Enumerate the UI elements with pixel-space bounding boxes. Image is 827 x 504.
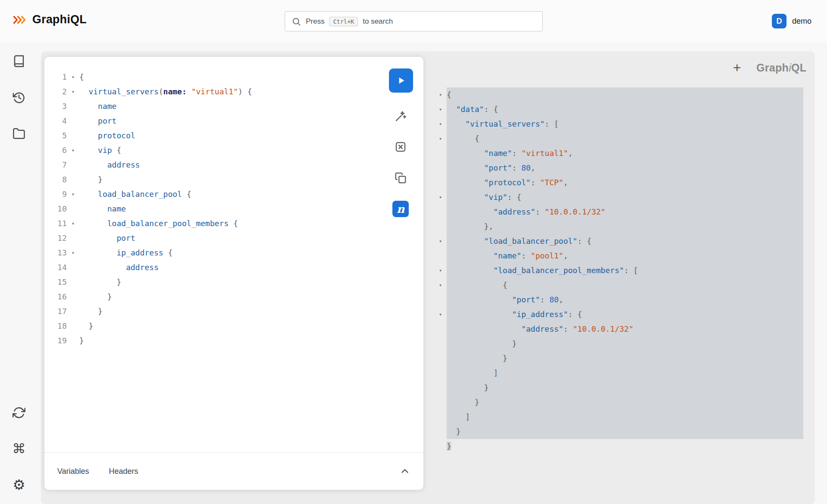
query-code-line[interactable]: 6▾ vip { [44,143,376,158]
fold-spacer [434,380,447,395]
nautobot-button[interactable]: n [392,201,409,217]
query-code-line[interactable]: 19} [44,333,376,348]
code-text: ] [447,410,803,424]
sidebar-item-history[interactable] [9,88,28,107]
query-code-line[interactable]: 5 protocol [44,128,376,143]
query-code-line[interactable]: 14 address [44,260,376,275]
query-code-line[interactable]: 8 } [44,172,376,187]
fold-toggle-icon[interactable]: ▾ [434,278,447,292]
fold-toggle-icon[interactable]: ▾ [67,246,79,260]
merge-fragments-button[interactable] [394,140,407,154]
code-text: "address": "10.0.0.1/32" [447,322,803,336]
response-code-line[interactable]: } [434,351,803,366]
response-code-line[interactable]: } [434,424,803,439]
query-code-line[interactable]: 13▾ ip_address { [44,246,376,260]
response-code-line[interactable]: } [434,439,803,454]
fold-toggle-icon[interactable]: ▾ [67,216,79,231]
query-code-line[interactable]: 10 name [44,202,376,216]
response-code-line[interactable]: ▾ { [434,278,803,292]
response-code-line[interactable]: } [434,395,803,410]
query-code-line[interactable]: 18 } [44,319,376,333]
response-code-line[interactable]: ] [434,366,803,380]
execute-query-button[interactable] [389,68,413,93]
response-code-line[interactable]: } [434,336,803,351]
response-viewer[interactable]: ▾{▾ "data": {▾ "virtual_servers": [▾ { "… [434,87,803,454]
response-code-line[interactable]: ▾ "vip": { [434,190,803,205]
fold-toggle-icon[interactable]: ▾ [434,102,447,117]
line-number: 19 [44,333,67,348]
query-code-line[interactable]: 12 port [44,231,376,246]
fold-toggle-icon[interactable]: ▾ [434,263,447,278]
query-code-line[interactable]: 16 } [44,289,376,304]
fold-toggle-icon[interactable]: ▾ [434,190,447,205]
response-code-line[interactable]: "name": "virtual1", [434,146,803,161]
copy-query-button[interactable] [394,171,407,185]
query-code-line[interactable]: 7 address [44,158,376,172]
prettify-button[interactable] [394,109,407,123]
brand-link[interactable]: GraphiQL [13,13,87,26]
response-code-line[interactable]: }, [434,219,803,234]
code-text: } [79,289,112,304]
response-code-line[interactable]: ▾ "virtual_servers": [ [434,117,803,131]
global-search-input[interactable]: Press Ctrl+K to search [285,11,543,31]
fold-toggle-icon[interactable]: ▾ [434,307,447,322]
response-code-line[interactable]: "port": 80, [434,161,803,175]
response-code-line[interactable]: ▾ "data": { [434,102,803,117]
query-code-line[interactable]: 2▾ virtual_servers(name: "virtual1") { [44,84,376,99]
sidebar-item-refetch[interactable] [9,403,28,422]
line-number: 8 [44,172,67,187]
response-code-line[interactable]: ▾{ [434,87,803,102]
response-code-line[interactable]: "address": "10.0.0.1/32" [434,205,803,219]
query-code-line[interactable]: 4 port [44,114,376,128]
code-text: } [79,172,103,187]
fold-toggle-icon[interactable]: ▾ [67,187,79,202]
fold-spacer [434,351,447,366]
sidebar-item-settings[interactable]: ⚙ [9,475,28,494]
code-text: } [79,319,93,333]
response-code-line[interactable]: "protocol": "TCP", [434,175,803,190]
code-text: "load_balancer_pool_members": [ [447,263,803,278]
fold-toggle-icon[interactable]: ▾ [67,84,79,99]
sidebar-item-shortcuts[interactable]: ⌘ [9,439,28,458]
query-code-line[interactable]: 15 } [44,275,376,289]
user-menu[interactable]: D demo [772,14,811,28]
response-code-line[interactable]: } [434,380,803,395]
fold-spacer [67,128,79,143]
query-code-line[interactable]: 3 name [44,99,376,114]
query-code-line[interactable]: 9▾ load_balancer_pool { [44,187,376,202]
fold-spacer [67,202,79,216]
tab-headers[interactable]: Headers [109,467,138,476]
code-text: name [79,202,126,216]
line-number: 2 [44,84,67,99]
fold-toggle-icon[interactable]: ▾ [434,117,447,131]
search-placeholder-suffix: to search [363,17,393,26]
response-code-line[interactable]: ▾ "load_balancer_pool_members": [ [434,263,803,278]
query-code-line[interactable]: 17 } [44,304,376,319]
fold-spacer [434,336,447,351]
code-text: ] [447,366,803,380]
fold-toggle-icon[interactable]: ▾ [434,234,447,249]
fold-toggle-icon[interactable]: ▾ [67,143,79,158]
collapse-editor-tools-button[interactable] [399,466,410,477]
code-text: } [447,424,803,439]
response-code-line[interactable]: ] [434,410,803,424]
add-tab-button[interactable]: + [728,59,746,77]
fold-toggle-icon[interactable]: ▾ [67,70,79,84]
tab-variables[interactable]: Variables [57,467,89,476]
sidebar-item-explorer[interactable] [9,124,28,143]
sidebar-item-docs[interactable] [9,52,28,71]
query-code-line[interactable]: 1▾{ [44,70,376,84]
response-code-line[interactable]: ▾ { [434,131,803,146]
line-number: 10 [44,202,67,216]
query-editor[interactable]: 1▾{2▾ virtual_servers(name: "virtual1") … [44,70,376,348]
response-code-line[interactable]: "port": 80, [434,292,803,307]
response-code-line[interactable]: "address": "10.0.0.1/32" [434,322,803,336]
query-code-line[interactable]: 11▾ load_balancer_pool_members { [44,216,376,231]
response-code-line[interactable]: ▾ "ip_address": { [434,307,803,322]
fold-spacer [67,319,79,333]
response-code-line[interactable]: "name": "pool1", [434,249,803,263]
line-number: 18 [44,319,67,333]
fold-toggle-icon[interactable]: ▾ [434,87,447,102]
fold-toggle-icon[interactable]: ▾ [434,131,447,146]
response-code-line[interactable]: ▾ "load_balancer_pool": { [434,234,803,249]
